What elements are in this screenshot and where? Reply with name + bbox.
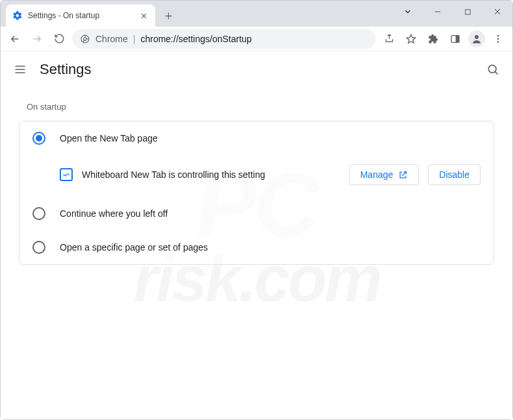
address-bar[interactable]: Chrome | chrome://settings/onStartup (72, 29, 376, 49)
gear-icon (12, 10, 23, 21)
star-icon[interactable] (402, 30, 420, 48)
back-button[interactable] (6, 30, 24, 48)
radio-unselected[interactable] (32, 241, 45, 254)
page-content: PC risk.com Settings On startup Open the… (1, 51, 512, 419)
share-icon[interactable] (380, 30, 398, 48)
settings-body: On startup Open the New Tab page Whitebo… (1, 88, 512, 271)
extensions-icon[interactable] (424, 30, 442, 48)
option-continue[interactable]: Continue where you left off (19, 197, 494, 230)
extension-notice: Whiteboard New Tab is controlling this s… (19, 155, 494, 197)
manage-button[interactable]: Manage (349, 164, 419, 185)
search-icon[interactable] (486, 63, 499, 76)
browser-window: Settings - On startup (0, 0, 513, 420)
disable-button[interactable]: Disable (428, 164, 481, 185)
external-link-icon (398, 170, 408, 180)
whiteboard-icon (60, 168, 73, 181)
svg-rect-0 (465, 9, 469, 14)
svg-point-2 (84, 37, 87, 40)
option-label: Open the New Tab page (60, 133, 158, 143)
section-title: On startup (27, 102, 494, 112)
new-tab-button[interactable] (159, 6, 177, 25)
titlebar: Settings - On startup (1, 1, 512, 27)
svg-rect-4 (456, 35, 459, 42)
avatar[interactable] (468, 31, 485, 47)
chrome-icon (80, 34, 90, 44)
close-icon[interactable] (138, 10, 149, 21)
option-specific-pages[interactable]: Open a specific page or set of pages (19, 230, 494, 264)
window-controls (393, 1, 512, 23)
hamburger-icon[interactable] (14, 63, 27, 76)
svg-point-7 (497, 38, 499, 40)
option-label: Open a specific page or set of pages (60, 242, 208, 253)
svg-point-8 (497, 41, 499, 43)
radio-unselected[interactable] (32, 207, 45, 220)
close-window-button[interactable] (482, 1, 512, 23)
url-separator: | (133, 34, 136, 44)
sidepanel-icon[interactable] (446, 30, 464, 48)
chevron-down-icon[interactable] (393, 1, 423, 23)
settings-header: Settings (1, 51, 512, 88)
option-new-tab[interactable]: Open the New Tab page (19, 121, 494, 155)
menu-icon[interactable] (489, 30, 507, 48)
toolbar: Chrome | chrome://settings/onStartup (1, 27, 512, 51)
svg-point-6 (497, 35, 499, 37)
tab-title: Settings - On startup (28, 11, 133, 20)
manage-label: Manage (360, 169, 394, 180)
page-title: Settings (40, 61, 92, 78)
extension-text: Whiteboard New Tab is controlling this s… (82, 169, 340, 180)
startup-card: Open the New Tab page Whiteboard New Tab… (19, 121, 494, 265)
reload-button[interactable] (50, 30, 68, 48)
forward-button[interactable] (28, 30, 46, 48)
url-text: chrome://settings/onStartup (140, 34, 251, 44)
maximize-button[interactable] (453, 1, 482, 23)
radio-selected[interactable] (32, 132, 45, 145)
disable-label: Disable (439, 169, 469, 180)
minimize-button[interactable] (423, 1, 453, 23)
url-prefix: Chrome (95, 34, 128, 44)
option-label: Continue where you left off (60, 208, 168, 219)
svg-point-9 (488, 65, 496, 73)
svg-point-5 (475, 35, 479, 39)
browser-tab[interactable]: Settings - On startup (6, 5, 155, 27)
